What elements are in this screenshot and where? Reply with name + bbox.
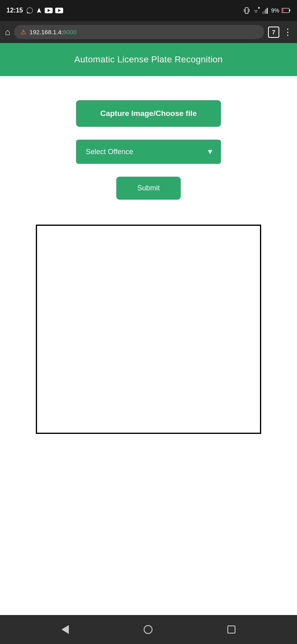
home-nav-icon xyxy=(144,625,153,634)
svg-rect-14 xyxy=(289,10,290,12)
image-display-area xyxy=(36,225,261,434)
battery-percent: 9% xyxy=(271,7,279,14)
vibrate-icon xyxy=(244,7,250,14)
battery-icon xyxy=(282,8,291,13)
capture-image-button[interactable]: Capture Image/Choose file xyxy=(76,100,221,127)
svg-rect-10 xyxy=(264,10,264,14)
address-text: 192.168.1.4:8000 xyxy=(29,29,76,35)
more-icon[interactable]: ⋮ xyxy=(283,27,292,37)
select-offence-dropdown[interactable]: Select Offence Speeding No Seat Belt Run… xyxy=(76,140,221,164)
tab-count: 7 xyxy=(272,29,275,35)
browser-chrome: ⌂ ⚠ 192.168.1.4:8000 7 ⋮ xyxy=(0,21,297,43)
whatsapp-icon xyxy=(26,7,33,14)
status-bar: 12:15 xyxy=(0,0,297,21)
signal-icon xyxy=(262,7,269,14)
status-left: 12:15 xyxy=(6,7,63,14)
submit-button[interactable]: Submit xyxy=(116,177,181,200)
svg-rect-11 xyxy=(265,9,266,14)
status-time: 12:15 xyxy=(6,7,23,14)
location-icon xyxy=(36,7,42,14)
svg-rect-9 xyxy=(262,12,263,14)
youtube2-icon xyxy=(55,8,63,13)
recent-apps-button[interactable] xyxy=(224,622,239,637)
status-icons xyxy=(26,7,63,14)
svg-rect-12 xyxy=(267,8,268,14)
back-button[interactable] xyxy=(58,622,72,637)
home-icon[interactable]: ⌂ xyxy=(5,27,10,37)
youtube-icon xyxy=(45,8,53,13)
warning-icon: ⚠ xyxy=(21,28,26,36)
back-icon xyxy=(62,625,69,634)
select-offence-wrapper[interactable]: Select Offence Speeding No Seat Belt Run… xyxy=(76,140,221,164)
svg-rect-4 xyxy=(245,8,248,13)
app-header: Automatic License Plate Recognition xyxy=(0,43,297,76)
wifi-icon xyxy=(252,7,260,14)
address-port: 8000 xyxy=(63,29,76,35)
bottom-nav-bar xyxy=(0,615,297,644)
address-bar[interactable]: ⚠ 192.168.1.4:8000 xyxy=(14,25,264,39)
address-ip: 192.168.1.4: xyxy=(29,29,63,35)
svg-rect-15 xyxy=(282,9,283,12)
app-title: Automatic License Plate Recognition xyxy=(74,54,223,64)
status-right: 9% xyxy=(244,7,291,14)
tab-badge[interactable]: 7 xyxy=(268,27,279,38)
home-button[interactable] xyxy=(140,622,156,637)
main-content: Capture Image/Choose file Select Offence… xyxy=(0,76,297,615)
recent-apps-icon xyxy=(227,625,235,634)
